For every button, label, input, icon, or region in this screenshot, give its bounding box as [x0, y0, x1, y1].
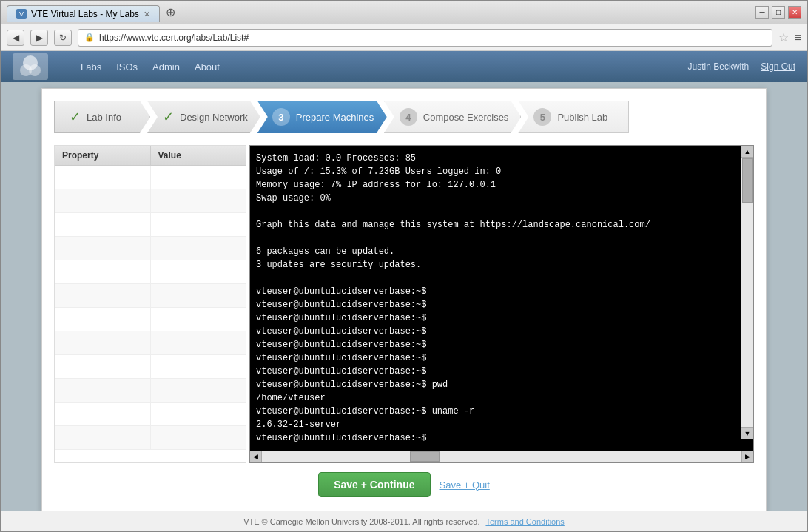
terminal-line: vteuser@ubuntulucidserverbase:~$ [256, 298, 747, 312]
table-row [55, 260, 246, 284]
bookmark-button[interactable]: ☆ [778, 30, 789, 44]
forward-button[interactable]: ▶ [30, 30, 48, 46]
save-quit-button[interactable]: Save + Quit [440, 479, 490, 491]
table-cell [151, 308, 246, 331]
step1-check: ✓ [70, 109, 81, 125]
terminal-line: /home/vteuser [256, 391, 747, 405]
maximize-button[interactable]: □ [772, 6, 785, 19]
nav-isos[interactable]: ISOs [116, 61, 138, 73]
step3-num: 3 [272, 108, 290, 126]
minimize-button[interactable]: ─ [755, 6, 769, 19]
table-cell [55, 213, 151, 236]
terminal-line: 2.6.32-21-server [256, 418, 747, 431]
terminal-line: Graph this data and manage this system a… [256, 218, 747, 232]
nav-about[interactable]: About [195, 61, 220, 73]
tab-label: VTE Virtual Labs - My Labs [31, 9, 139, 19]
table-cell [55, 331, 151, 354]
table-row [55, 379, 246, 403]
terminal-output[interactable]: System load: 0.0 Processes: 85Usage of /… [250, 146, 753, 451]
scroll-left-button[interactable]: ◀ [250, 451, 262, 462]
table-row [55, 308, 246, 331]
actions-bar: Save + Continue Save + Quit [54, 463, 754, 500]
terminal-line: 6 packages can be updated. [256, 245, 747, 258]
terminal-line [256, 232, 747, 245]
table-cell [151, 166, 246, 189]
terminal-hscrollbar[interactable]: ◀ ▶ [250, 451, 753, 462]
url-bar[interactable]: 🔒 https://www.vte.cert.org/labs/Lab/List… [78, 29, 772, 47]
menu-button[interactable]: ≡ [795, 31, 801, 44]
table-header: Property Value [55, 146, 246, 166]
back-button[interactable]: ◀ [7, 30, 24, 46]
step3-label: Prepare Machines [296, 112, 374, 123]
signout-link[interactable]: Sign Out [761, 61, 795, 72]
site-header-right: Justin Beckwith Sign Out [688, 61, 795, 72]
step-design-network[interactable]: ✓ Design Network [147, 101, 260, 133]
terminal-line: vteuser@ubuntulucidserverbase:~$ [256, 351, 747, 365]
table-cell [55, 284, 151, 307]
col-property: Property [55, 146, 151, 165]
nav-labs[interactable]: Labs [81, 61, 101, 73]
address-bar: ◀ ▶ ↻ 🔒 https://www.vte.cert.org/labs/La… [1, 24, 807, 51]
site-nav: Labs ISOs Admin About [81, 61, 220, 73]
window-controls: ─ □ ✕ [755, 6, 801, 19]
terminal-line: vteuser@ubuntulucidserverbase:~$ [256, 365, 747, 378]
table-cell [151, 403, 246, 425]
new-tab-button[interactable]: ⊕ [160, 2, 181, 22]
scroll-h-thumb[interactable] [410, 451, 440, 462]
table-row [55, 189, 246, 213]
header-username: Justin Beckwith [688, 61, 750, 72]
step-publish-lab[interactable]: 5 Publish Lab [518, 101, 629, 133]
table-cell [55, 189, 151, 212]
terminal-line [256, 272, 747, 285]
close-button[interactable]: ✕ [788, 6, 801, 19]
steps-wizard: ✓ Lab Info ✓ Design Network 3 Prepare Ma… [54, 101, 754, 133]
table-cell [55, 237, 151, 260]
scroll-up-button[interactable]: ▲ [741, 146, 753, 158]
terminal-line [256, 205, 747, 218]
page-card: ✓ Lab Info ✓ Design Network 3 Prepare Ma… [41, 88, 767, 511]
step5-num: 5 [533, 108, 551, 126]
content-area: Property Value System load: 0.0 Processe… [54, 145, 754, 463]
table-cell [55, 308, 151, 331]
table-row [55, 166, 246, 189]
table-cell [55, 379, 151, 402]
table-cell [55, 355, 151, 378]
terminal-vscrollbar[interactable]: ▲ ▼ [741, 146, 753, 439]
step-compose-exercises[interactable]: 4 Compose Exercises [384, 101, 522, 133]
step1-label: Lab Info [87, 112, 121, 123]
step2-label: Design Network [180, 112, 248, 123]
browser-tab[interactable]: V VTE Virtual Labs - My Labs ✕ [7, 5, 160, 22]
nav-admin[interactable]: Admin [152, 61, 180, 73]
table-cell [151, 331, 246, 354]
tab-favicon: V [16, 9, 27, 19]
terminal-line: Swap usage: 0% [256, 192, 747, 205]
step4-num: 4 [400, 108, 417, 126]
scroll-down-button[interactable]: ▼ [741, 427, 753, 439]
ssl-icon: 🔒 [84, 33, 95, 42]
step-lab-info[interactable]: ✓ Lab Info [54, 101, 150, 133]
terminal-line: 3 updates are security updates. [256, 258, 747, 272]
browser-window: V VTE Virtual Labs - My Labs ✕ ⊕ ─ □ ✕ ◀… [0, 0, 808, 532]
table-row [55, 213, 246, 237]
save-continue-button[interactable]: Save + Continue [318, 472, 430, 497]
table-row [55, 284, 246, 308]
refresh-button[interactable]: ↻ [54, 30, 72, 46]
scroll-right-button[interactable]: ▶ [741, 451, 753, 462]
property-table: Property Value [54, 145, 246, 463]
tab-close-button[interactable]: ✕ [144, 10, 150, 19]
terminal-line: vteuser@ubuntulucidserverbase:~$ [256, 285, 747, 298]
site-header: Labs ISOs Admin About Justin Beckwith Si… [1, 51, 807, 82]
table-rows [55, 166, 246, 450]
step-prepare-machines: 3 Prepare Machines [257, 101, 387, 133]
terminal-container[interactable]: System load: 0.0 Processes: 85Usage of /… [249, 145, 754, 463]
footer-terms-link[interactable]: Terms and Conditions [485, 517, 564, 526]
table-cell [151, 284, 246, 307]
outer-wrapper: ✓ Lab Info ✓ Design Network 3 Prepare Ma… [1, 82, 807, 511]
step2-check: ✓ [163, 109, 174, 125]
tab-bar: V VTE Virtual Labs - My Labs ✕ ⊕ [7, 2, 750, 22]
scroll-h-track [262, 451, 741, 462]
table-cell [151, 355, 246, 378]
table-cell [151, 237, 246, 260]
table-cell [151, 189, 246, 212]
scroll-thumb[interactable] [742, 158, 753, 203]
